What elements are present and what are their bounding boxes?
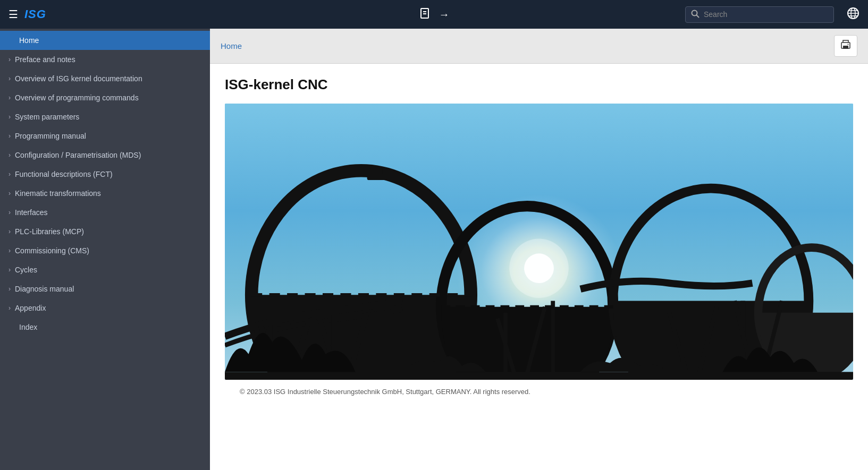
sidebar-item-overview-prog[interactable]: ›Overview of programming commands bbox=[0, 88, 210, 107]
chevron-right-icon: › bbox=[9, 247, 11, 254]
sidebar-item-overview-isg[interactable]: ›Overview of ISG kernel documentation bbox=[0, 69, 210, 88]
logo-text[interactable]: ISG bbox=[24, 7, 46, 21]
content-area: Home ISG-kernel CNC bbox=[210, 29, 868, 470]
globe-icon[interactable] bbox=[847, 7, 859, 22]
sidebar-item-commissioning[interactable]: ›Commissioning (CMS) bbox=[0, 241, 210, 260]
sidebar-item-functional[interactable]: ›Functional descriptions (FCT) bbox=[0, 165, 210, 184]
sidebar-item-label: Interfaces bbox=[15, 208, 47, 217]
sidebar-item-label: PLC-Libraries (MCP) bbox=[15, 227, 84, 236]
sidebar-item-kinematic[interactable]: ›Kinematic transformations bbox=[0, 184, 210, 203]
sidebar-item-label: Preface and notes bbox=[15, 55, 75, 64]
sidebar-item-label: Functional descriptions (FCT) bbox=[15, 170, 113, 178]
logo-area: ISG bbox=[24, 7, 46, 21]
sidebar-item-label: Programming manual bbox=[15, 132, 86, 140]
sidebar-item-label: Commissioning (CMS) bbox=[15, 246, 89, 255]
chevron-right-icon: › bbox=[9, 285, 11, 293]
chevron-right-icon: › bbox=[9, 56, 11, 63]
sidebar-item-appendix[interactable]: ›Appendix bbox=[0, 298, 210, 318]
page-content: ISG-kernel CNC bbox=[210, 64, 868, 470]
sidebar-item-label: System parameters bbox=[15, 113, 79, 121]
chevron-right-icon: › bbox=[9, 132, 11, 140]
sidebar-item-label: Index bbox=[19, 323, 37, 331]
chevron-right-icon: › bbox=[9, 228, 11, 235]
sidebar-item-label: Cycles bbox=[15, 266, 37, 274]
svg-rect-11 bbox=[843, 46, 848, 49]
sidebar-item-interfaces[interactable]: ›Interfaces bbox=[0, 203, 210, 222]
sidebar-item-index[interactable]: Index bbox=[0, 318, 210, 337]
search-icon bbox=[691, 10, 700, 20]
forward-arrow-icon[interactable]: → bbox=[439, 8, 450, 21]
sidebar-item-label: Overview of ISG kernel documentation bbox=[15, 74, 142, 83]
search-container bbox=[685, 6, 834, 23]
svg-line-4 bbox=[697, 15, 699, 17]
sidebar: Home›Preface and notes›Overview of ISG k… bbox=[0, 29, 210, 470]
print-button[interactable] bbox=[834, 35, 857, 57]
chevron-right-icon: › bbox=[9, 170, 11, 178]
sidebar-item-label: Home bbox=[19, 36, 39, 45]
sidebar-item-prog-manual[interactable]: ›Programming manual bbox=[0, 126, 210, 146]
page-title: ISG-kernel CNC bbox=[225, 76, 853, 93]
chevron-right-icon: › bbox=[9, 266, 11, 274]
sidebar-item-config-param[interactable]: ›Configuration / Parametrisation (MDS) bbox=[0, 146, 210, 165]
chevron-right-icon: › bbox=[9, 113, 11, 121]
chevron-right-icon: › bbox=[9, 209, 11, 216]
navbar: ☰ ISG → bbox=[0, 0, 868, 29]
sidebar-item-label: Kinematic transformations bbox=[15, 189, 101, 198]
sidebar-item-system-params[interactable]: ›System parameters bbox=[0, 107, 210, 126]
footer: © 2023.03 ISG Industrielle Steuerungstec… bbox=[225, 380, 853, 403]
nav-icons: → bbox=[419, 7, 450, 22]
svg-point-12 bbox=[848, 44, 849, 45]
chevron-right-icon: › bbox=[9, 94, 11, 101]
chevron-right-icon: › bbox=[9, 190, 11, 197]
hero-svg bbox=[225, 104, 853, 380]
chevron-right-icon: › bbox=[9, 304, 11, 312]
sidebar-item-label: Overview of programming commands bbox=[15, 93, 139, 102]
svg-rect-23 bbox=[551, 301, 555, 380]
svg-point-38 bbox=[509, 238, 569, 298]
hero-image bbox=[225, 104, 853, 380]
search-input[interactable] bbox=[704, 10, 821, 19]
svg-rect-36 bbox=[225, 372, 853, 380]
hamburger-icon[interactable]: ☰ bbox=[9, 9, 18, 20]
footer-text: © 2023.03 ISG Industrielle Steuerungstec… bbox=[240, 388, 530, 396]
sidebar-item-plc-libs[interactable]: ›PLC-Libraries (MCP) bbox=[0, 222, 210, 241]
chevron-right-icon: › bbox=[9, 151, 11, 159]
main-layout: Home›Preface and notes›Overview of ISG k… bbox=[0, 29, 868, 470]
sidebar-item-home[interactable]: Home bbox=[0, 31, 210, 50]
bookmark-icon[interactable] bbox=[419, 7, 431, 22]
breadcrumb-bar: Home bbox=[210, 29, 868, 64]
breadcrumb[interactable]: Home bbox=[221, 41, 242, 50]
sidebar-item-diagnosis[interactable]: ›Diagnosis manual bbox=[0, 279, 210, 298]
sidebar-item-label: Appendix bbox=[15, 304, 46, 312]
sidebar-item-preface[interactable]: ›Preface and notes bbox=[0, 50, 210, 69]
svg-rect-40 bbox=[369, 168, 383, 174]
sidebar-item-label: Configuration / Parametrisation (MDS) bbox=[15, 151, 141, 159]
sidebar-item-cycles[interactable]: ›Cycles bbox=[0, 260, 210, 279]
chevron-right-icon: › bbox=[9, 75, 11, 82]
sidebar-item-label: Diagnosis manual bbox=[15, 285, 74, 293]
